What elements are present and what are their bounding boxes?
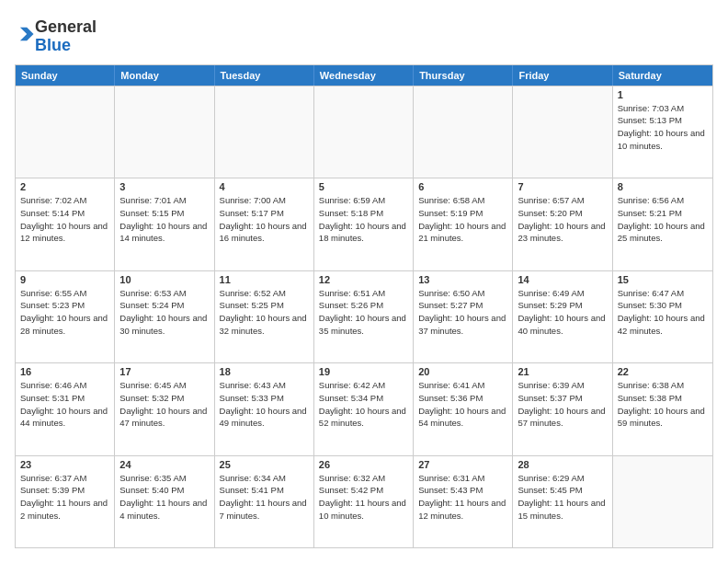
day-number: 1 <box>618 89 708 100</box>
day-number: 16 <box>20 366 109 377</box>
day-info: Sunrise: 6:47 AMSunset: 5:30 PMDaylight:… <box>618 287 708 338</box>
day-number: 3 <box>119 181 209 192</box>
day-header-sunday: Sunday <box>16 65 115 86</box>
day-cell-empty <box>16 86 115 178</box>
day-cell-17: 17Sunrise: 6:45 AMSunset: 5:32 PMDayligh… <box>115 363 214 454</box>
calendar: SundayMondayTuesdayWednesdayThursdayFrid… <box>15 64 713 548</box>
day-info: Sunrise: 6:41 AMSunset: 5:36 PMDaylight:… <box>418 379 507 430</box>
day-header-saturday: Saturday <box>613 65 712 86</box>
day-cell-7: 7Sunrise: 6:57 AMSunset: 5:20 PMDaylight… <box>513 178 612 270</box>
day-info: Sunrise: 7:02 AMSunset: 5:14 PMDaylight:… <box>20 194 109 245</box>
day-number: 15 <box>618 274 708 285</box>
day-info: Sunrise: 6:58 AMSunset: 5:19 PMDaylight:… <box>418 194 507 245</box>
day-cell-23: 23Sunrise: 6:37 AMSunset: 5:39 PMDayligh… <box>16 456 115 547</box>
header: General Blue <box>15 15 713 55</box>
day-number: 12 <box>319 274 408 285</box>
svg-marker-0 <box>20 27 34 40</box>
day-info: Sunrise: 6:57 AMSunset: 5:20 PMDaylight:… <box>518 194 607 245</box>
day-cell-empty <box>414 86 513 178</box>
day-cell-10: 10Sunrise: 6:53 AMSunset: 5:24 PMDayligh… <box>115 271 214 362</box>
day-number: 26 <box>319 459 408 470</box>
day-number: 5 <box>319 181 408 192</box>
day-info: Sunrise: 6:49 AMSunset: 5:29 PMDaylight:… <box>518 287 607 338</box>
day-number: 6 <box>418 181 507 192</box>
day-header-monday: Monday <box>115 65 214 86</box>
day-info: Sunrise: 6:39 AMSunset: 5:37 PMDaylight:… <box>518 379 607 430</box>
day-cell-4: 4Sunrise: 7:00 AMSunset: 5:17 PMDaylight… <box>215 178 314 270</box>
day-info: Sunrise: 6:42 AMSunset: 5:34 PMDaylight:… <box>319 379 408 430</box>
day-cell-27: 27Sunrise: 6:31 AMSunset: 5:43 PMDayligh… <box>414 456 513 547</box>
day-cell-11: 11Sunrise: 6:52 AMSunset: 5:25 PMDayligh… <box>215 271 314 362</box>
day-header-tuesday: Tuesday <box>215 65 314 86</box>
calendar-header: SundayMondayTuesdayWednesdayThursdayFrid… <box>16 65 712 86</box>
day-cell-16: 16Sunrise: 6:46 AMSunset: 5:31 PMDayligh… <box>16 363 115 454</box>
day-number: 28 <box>518 459 607 470</box>
day-info: Sunrise: 6:45 AMSunset: 5:32 PMDaylight:… <box>119 379 209 430</box>
day-info: Sunrise: 6:38 AMSunset: 5:38 PMDaylight:… <box>618 379 708 430</box>
day-info: Sunrise: 6:43 AMSunset: 5:33 PMDaylight:… <box>220 379 309 430</box>
day-cell-empty <box>115 86 214 178</box>
day-info: Sunrise: 7:00 AMSunset: 5:17 PMDaylight:… <box>220 194 309 245</box>
day-info: Sunrise: 6:59 AMSunset: 5:18 PMDaylight:… <box>319 194 408 245</box>
day-info: Sunrise: 6:29 AMSunset: 5:45 PMDaylight:… <box>518 472 607 523</box>
day-cell-12: 12Sunrise: 6:51 AMSunset: 5:26 PMDayligh… <box>314 271 414 362</box>
day-info: Sunrise: 6:56 AMSunset: 5:21 PMDaylight:… <box>618 194 708 245</box>
day-number: 14 <box>518 274 607 285</box>
day-cell-1: 1Sunrise: 7:03 AMSunset: 5:13 PMDaylight… <box>613 86 712 178</box>
day-cell-8: 8Sunrise: 6:56 AMSunset: 5:21 PMDaylight… <box>613 178 712 270</box>
day-cell-empty <box>513 86 612 178</box>
week-row-3: 16Sunrise: 6:46 AMSunset: 5:31 PMDayligh… <box>16 362 712 454</box>
day-cell-21: 21Sunrise: 6:39 AMSunset: 5:37 PMDayligh… <box>513 363 612 454</box>
day-number: 20 <box>418 366 507 377</box>
day-header-friday: Friday <box>513 65 612 86</box>
day-cell-20: 20Sunrise: 6:41 AMSunset: 5:36 PMDayligh… <box>414 363 513 454</box>
day-info: Sunrise: 6:37 AMSunset: 5:39 PMDaylight:… <box>20 472 109 523</box>
day-cell-5: 5Sunrise: 6:59 AMSunset: 5:18 PMDaylight… <box>314 178 414 270</box>
day-header-wednesday: Wednesday <box>314 65 414 86</box>
day-cell-6: 6Sunrise: 6:58 AMSunset: 5:19 PMDaylight… <box>414 178 513 270</box>
day-number: 24 <box>119 459 209 470</box>
day-number: 10 <box>119 274 209 285</box>
day-info: Sunrise: 6:55 AMSunset: 5:23 PMDaylight:… <box>20 287 109 338</box>
day-cell-empty <box>613 456 712 547</box>
day-number: 8 <box>618 181 708 192</box>
day-cell-19: 19Sunrise: 6:42 AMSunset: 5:34 PMDayligh… <box>314 363 414 454</box>
day-info: Sunrise: 7:01 AMSunset: 5:15 PMDaylight:… <box>119 194 209 245</box>
day-cell-9: 9Sunrise: 6:55 AMSunset: 5:23 PMDaylight… <box>16 271 115 362</box>
day-info: Sunrise: 6:50 AMSunset: 5:27 PMDaylight:… <box>418 287 507 338</box>
day-number: 25 <box>220 459 309 470</box>
day-cell-15: 15Sunrise: 6:47 AMSunset: 5:30 PMDayligh… <box>613 271 712 362</box>
day-number: 21 <box>518 366 607 377</box>
day-number: 4 <box>220 181 309 192</box>
day-number: 11 <box>220 274 309 285</box>
day-cell-22: 22Sunrise: 6:38 AMSunset: 5:38 PMDayligh… <box>613 363 712 454</box>
day-cell-24: 24Sunrise: 6:35 AMSunset: 5:40 PMDayligh… <box>115 456 214 547</box>
calendar-body: 1Sunrise: 7:03 AMSunset: 5:13 PMDaylight… <box>16 86 712 547</box>
day-info: Sunrise: 6:46 AMSunset: 5:31 PMDaylight:… <box>20 379 109 430</box>
day-header-thursday: Thursday <box>414 65 513 86</box>
day-number: 23 <box>20 459 109 470</box>
day-cell-2: 2Sunrise: 7:02 AMSunset: 5:14 PMDaylight… <box>16 178 115 270</box>
day-cell-26: 26Sunrise: 6:32 AMSunset: 5:42 PMDayligh… <box>314 456 414 547</box>
day-number: 18 <box>220 366 309 377</box>
day-info: Sunrise: 6:53 AMSunset: 5:24 PMDaylight:… <box>119 287 209 338</box>
day-number: 13 <box>418 274 507 285</box>
day-cell-empty <box>314 86 414 178</box>
page: General Blue SundayMondayTuesdayWednesda… <box>0 0 728 563</box>
day-cell-25: 25Sunrise: 6:34 AMSunset: 5:41 PMDayligh… <box>215 456 314 547</box>
day-info: Sunrise: 6:51 AMSunset: 5:26 PMDaylight:… <box>319 287 408 338</box>
day-number: 9 <box>20 274 109 285</box>
day-cell-13: 13Sunrise: 6:50 AMSunset: 5:27 PMDayligh… <box>414 271 513 362</box>
day-number: 22 <box>618 366 708 377</box>
week-row-0: 1Sunrise: 7:03 AMSunset: 5:13 PMDaylight… <box>16 86 712 178</box>
day-number: 17 <box>119 366 209 377</box>
week-row-4: 23Sunrise: 6:37 AMSunset: 5:39 PMDayligh… <box>16 455 712 547</box>
day-cell-3: 3Sunrise: 7:01 AMSunset: 5:15 PMDaylight… <box>115 178 214 270</box>
week-row-1: 2Sunrise: 7:02 AMSunset: 5:14 PMDaylight… <box>16 178 712 270</box>
day-number: 27 <box>418 459 507 470</box>
day-info: Sunrise: 6:31 AMSunset: 5:43 PMDaylight:… <box>418 472 507 523</box>
logo-text: General Blue <box>35 18 97 55</box>
day-cell-14: 14Sunrise: 6:49 AMSunset: 5:29 PMDayligh… <box>513 271 612 362</box>
day-number: 2 <box>20 181 109 192</box>
day-number: 19 <box>319 366 408 377</box>
